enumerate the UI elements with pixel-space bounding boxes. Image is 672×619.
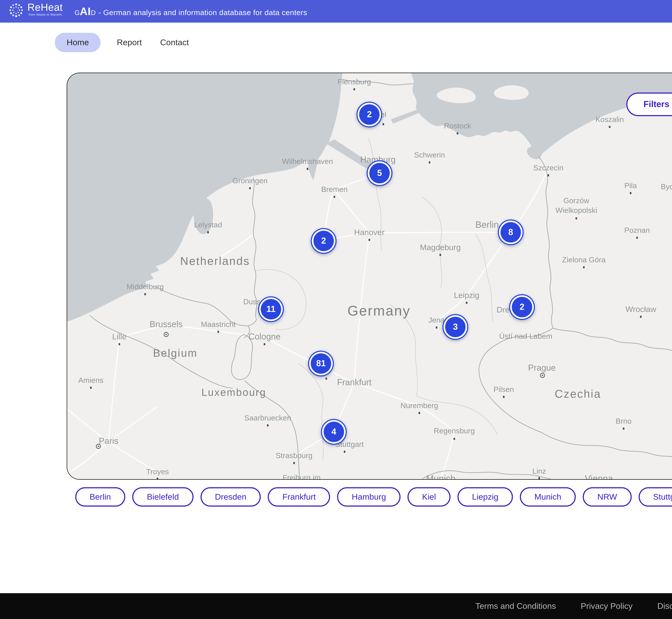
map-city-label: Schwerin — [414, 151, 445, 159]
map-city-dot — [157, 478, 158, 479]
map-country-label: Czechia — [555, 388, 601, 400]
map-city-label: Rostock — [444, 122, 471, 130]
footer-link-privacy[interactable]: Privacy Policy — [581, 601, 632, 611]
map-city-label: Maastricht — [201, 320, 236, 329]
cluster-marker-11[interactable]: 11 — [258, 296, 284, 322]
tab-contact[interactable]: Contact — [158, 38, 191, 47]
map-city-label: Prague — [528, 363, 556, 372]
map-city-dot — [333, 196, 335, 198]
cluster-marker-3[interactable]: 3 — [442, 314, 468, 340]
map-city-label: Berlin — [475, 219, 499, 230]
map-country-label: Germany — [348, 303, 410, 319]
map-city-dot — [623, 427, 624, 430]
map-city-label: Wilhelmshaven — [282, 157, 333, 165]
brand-tagline: from Waste to Warmth. — [28, 13, 63, 16]
map-city-label: Middelburg — [127, 282, 164, 291]
map-city-dot — [640, 316, 642, 318]
city-filter-button-hamburg[interactable]: Hamburg — [337, 487, 400, 506]
map-city-dot — [429, 161, 430, 163]
page-title: GAID - German analysis and information d… — [75, 5, 307, 17]
city-filter-button-nrw[interactable]: NRW — [583, 487, 631, 506]
map-city-dot — [293, 462, 295, 464]
map-container[interactable]: NetherlandsBelgiumGermanyLuxembourgCzech… — [67, 73, 672, 480]
map-capital-symbol-dot — [98, 446, 99, 447]
map-city-label: Linz — [532, 467, 546, 475]
map-city-label: Lille — [112, 332, 127, 341]
main-nav: Home Report Contact — [55, 33, 191, 52]
map-city-label: Leipzig — [454, 291, 479, 300]
map-city-label: Amiens — [78, 376, 103, 385]
map-city-label: Hanover — [354, 228, 385, 237]
filters-label: Filters — [644, 99, 669, 109]
cluster-marker-4[interactable]: 4 — [321, 419, 347, 445]
map-city-label: Cologne — [248, 332, 281, 341]
cluster-count: 4 — [324, 422, 344, 442]
map-city-label: Szczecin — [533, 163, 564, 172]
city-filter-button-berlin[interactable]: Berlin — [75, 487, 126, 506]
map-city-label: Vienna — [585, 473, 613, 479]
city-filter-button-dresden[interactable]: Dresden — [200, 487, 261, 506]
app-header: ReHeat from Waste to Warmth. GAID - Germ… — [0, 0, 672, 22]
cluster-marker-2[interactable]: 2 — [357, 101, 382, 128]
map-capital-symbol-dot — [542, 375, 543, 376]
map-city-label: Zielona Góra — [562, 256, 606, 264]
cluster-count: 81 — [311, 353, 331, 374]
city-filter-button-bielefeld[interactable]: Bielefeld — [132, 487, 194, 506]
footer-link-terms[interactable]: Terms and Conditions — [475, 601, 556, 611]
city-filter-button-kiel[interactable]: Kiel — [407, 487, 450, 506]
map-city-label: Magdeburg — [420, 243, 461, 252]
cluster-marker-2[interactable]: 2 — [509, 294, 535, 320]
title-rest: - German analysis and information databa… — [98, 8, 307, 16]
title-d: D — [91, 9, 96, 16]
map-city-label: Brussels — [150, 319, 182, 329]
map-city-label: Wielkopolski — [555, 206, 597, 214]
map-city-label: Strasbourg — [276, 451, 312, 460]
map-city-dot — [466, 302, 467, 304]
cluster-marker-81[interactable]: 81 — [308, 351, 334, 376]
map-city-dot — [440, 254, 441, 256]
city-filter-button-munich[interactable]: Munich — [520, 487, 576, 506]
filters-button[interactable]: Filters — [626, 92, 672, 116]
map-capital-symbol-dot — [165, 334, 167, 335]
map-city-dot — [144, 293, 146, 295]
map-city-label: Paris — [99, 436, 119, 446]
map-city-label: Regensburg — [434, 426, 475, 435]
footer-link-disclaimer[interactable]: Disclaimer — [657, 601, 672, 611]
map-city-label: Groningen — [232, 177, 268, 185]
tab-home[interactable]: Home — [55, 33, 101, 52]
city-filter-button-stuttgart[interactable]: Stuttgart — [639, 487, 672, 506]
cluster-count: 2 — [313, 231, 334, 251]
map-city-label: Ústí nad Labem — [499, 332, 552, 340]
map-city-dot — [630, 192, 631, 194]
brand-name: ReHeat — [27, 2, 63, 12]
map-city-dot — [503, 396, 505, 398]
map-city-label: Pilsen — [494, 385, 514, 394]
map-city-label: Frankfurt — [337, 377, 371, 387]
cluster-count: 2 — [359, 104, 380, 125]
cluster-marker-2[interactable]: 2 — [311, 228, 337, 254]
tab-report[interactable]: Report — [115, 38, 144, 47]
cluster-count: 11 — [261, 299, 281, 320]
map-city-dot — [457, 132, 458, 134]
city-filter-button-liepzig[interactable]: Liepzig — [457, 487, 513, 506]
cluster-marker-5[interactable]: 5 — [367, 160, 392, 186]
map-city-label: Bydgoszcz — [661, 182, 672, 191]
map-city-dot — [325, 377, 327, 380]
map-city-dot — [547, 174, 549, 177]
map-city-dot — [576, 217, 577, 219]
map-city-label: Saarbruecken — [244, 414, 291, 422]
title-ai: AI — [80, 5, 91, 17]
map-city-label: Brno — [616, 417, 631, 425]
map-city-label: Freiburg im — [283, 473, 320, 479]
map-city-label: Jena — [428, 316, 445, 324]
map-city-dot — [217, 331, 219, 333]
map-city-dot — [382, 123, 384, 125]
map-city-dot — [369, 239, 370, 241]
cluster-count: 5 — [369, 163, 390, 183]
cluster-marker-8[interactable]: 8 — [498, 219, 524, 245]
city-filter-button-frankfurt[interactable]: Frankfurt — [268, 487, 330, 506]
brand[interactable]: ReHeat from Waste to Warmth. — [8, 2, 63, 20]
map-city-dot — [538, 477, 540, 479]
map-city-dot — [583, 266, 585, 268]
map-city-dot — [436, 327, 437, 329]
